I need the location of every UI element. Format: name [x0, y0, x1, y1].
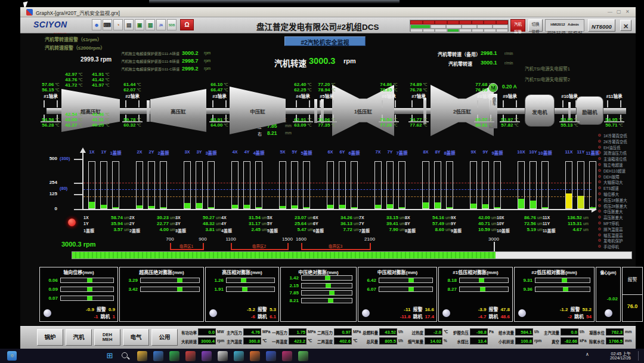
bearing-bracket-top: [212, 100, 227, 107]
dcs-field-value: -2.0: [425, 330, 441, 335]
limit-high: 17.4: [425, 314, 434, 319]
temp-unit: ℃: [488, 88, 493, 92]
temp-unit: ℃: [618, 118, 623, 122]
nav-boiler[interactable]: 锅炉: [37, 329, 63, 346]
vib-bar-label: 2盖振: [153, 149, 174, 156]
nav-electric[interactable]: 电气: [123, 329, 149, 346]
book-icon[interactable]: ▥: [145, 19, 155, 30]
dcs-field-unit: %: [444, 339, 447, 343]
dcs-field-value: 0.97: [335, 330, 351, 335]
vib-bar-11Y: [577, 161, 584, 209]
vib-y-tick-label: 0: [33, 206, 57, 211]
start-button[interactable]: ⊞: [105, 351, 114, 361]
window-close-button[interactable]: ✕: [626, 9, 630, 14]
vib-value-label: 2盖振: [129, 227, 145, 233]
main-speed-value: 3000.3: [309, 56, 335, 66]
vib-bar-fill: [423, 202, 429, 208]
vib-value-unit: um: [583, 227, 589, 232]
search-icon[interactable]: [122, 352, 128, 358]
standby-speed-value: 2999.3 rpm: [80, 56, 112, 63]
taskbar-app-icon[interactable]: [250, 351, 260, 361]
show-desktop-divider: [638, 351, 639, 361]
weather-widget-icon[interactable]: ☼: [7, 351, 17, 361]
maximize-button[interactable]: ▢: [617, 9, 621, 14]
dcs-field-label: 过热度: [405, 330, 423, 336]
bearing-bracket-top: [477, 100, 491, 107]
taskbar-app-icon[interactable]: [298, 351, 308, 361]
taskbar-app-icon[interactable]: [202, 351, 212, 361]
bearing-temp: 61.44℃: [114, 82, 150, 87]
alarm-grid-cell: [447, 29, 460, 33]
alarm-grid-cell: [459, 20, 472, 24]
panel-bar-marker: [325, 276, 330, 280]
nav-deh-meh[interactable]: DEHMEH: [94, 329, 120, 346]
dcs-field-value: 14.02: [425, 339, 441, 344]
limit-word: 跳机: [413, 314, 422, 319]
taskbar-app-icon[interactable]: [234, 351, 244, 361]
dcs-field-box: 14.02: [425, 337, 442, 344]
sdb-logo-icon[interactable]: SDB: [167, 19, 177, 30]
critical-zone-label: 临界区2: [249, 243, 270, 249]
vib-value: 40.71: [466, 221, 490, 226]
temp-unit: ℃: [137, 123, 141, 127]
bearing-temp: 77.68℃: [466, 82, 502, 87]
users-icon[interactable]: ☻: [92, 19, 101, 30]
keyboard-icon[interactable]: ⌨: [103, 19, 112, 30]
panel-status-lamp: [442, 309, 450, 317]
taskbar-app-icon[interactable]: [153, 351, 163, 361]
alarm-list-item: 排汽温度高: [603, 226, 623, 232]
alarm-bell-icon[interactable]: Ω: [180, 19, 194, 30]
taskbar-app-icon[interactable]: [137, 351, 147, 361]
taskbar-app-icon[interactable]: [266, 351, 276, 361]
bearing-temp: 41.11℃: [83, 117, 119, 122]
zero-speed-alarm-line1: 汽机零转速报警（≤1rpm）: [45, 36, 102, 42]
clock-icon[interactable]: ◔: [113, 19, 123, 30]
monitor-icon[interactable]: ▣: [135, 19, 144, 30]
taskbar-app-icon[interactable]: [218, 351, 228, 361]
taskbar-app-icon[interactable]: [169, 351, 179, 361]
vib-x-axis: [78, 209, 592, 210]
vib-value-unit: um: [124, 227, 129, 232]
limit-high: 16.6: [425, 307, 434, 312]
vib-value-unit: um: [216, 222, 221, 226]
vib-value-unit: um: [491, 227, 497, 232]
vib-bar-fill: [470, 204, 476, 208]
printer-icon[interactable]: ▤: [124, 19, 134, 30]
vib-bar-2Y: [148, 161, 155, 209]
turbine-alarm-button[interactable]: 汽机 报警: [510, 19, 525, 32]
panel-value: 8.21: [282, 298, 299, 303]
mode-switch-box[interactable]: 切换 监视: [528, 19, 543, 32]
alarm-list-item: 轴位移大: [603, 191, 619, 197]
panel-status-lamp: [605, 309, 612, 317]
vib-bar-fill: [208, 207, 214, 208]
minimize-button[interactable]: —: [608, 9, 612, 14]
zero-speed-backup-value: 2998.1: [481, 50, 497, 56]
nav-common[interactable]: 公用: [151, 329, 178, 346]
temp-unit: ℃: [574, 123, 578, 127]
panel-bar: [379, 278, 433, 283]
vib-value-label: 4X: [221, 216, 237, 220]
vib-bar-1X: [88, 161, 95, 209]
panel-bar-marker: [562, 278, 567, 282]
bearing-bracket-top: [320, 100, 334, 107]
taskbar-app-icon[interactable]: [282, 351, 292, 361]
ja-logo-icon[interactable]: JA: [156, 19, 166, 30]
bearing-temp: 66.47℃: [202, 87, 237, 93]
close-screen-button[interactable]: ✕: [620, 20, 631, 31]
dcs-field-value: 3000.4: [199, 339, 215, 344]
nav-button-label: 汽机: [73, 334, 84, 340]
tray-chevron-icon[interactable]: ∧: [584, 352, 590, 358]
alarm-grid-cell: [435, 20, 447, 24]
taskbar-app-icon[interactable]: [185, 351, 196, 361]
temp-unit: ℃: [78, 123, 82, 127]
scale-3000-tick: [494, 242, 495, 251]
bearing-temp: 64.00℃: [202, 122, 237, 128]
panel-bar-marker: [326, 284, 331, 288]
dcs-field-box: 43.52: [379, 328, 397, 336]
temp-unit: ℃: [393, 88, 397, 92]
vib-y-tick: [74, 159, 82, 160]
dcs-field-label: 有功功率: [179, 330, 197, 336]
temp-unit: ℃: [55, 88, 59, 92]
nav-steam-turbine[interactable]: 汽机: [66, 329, 92, 346]
vib-value-label: 6Y: [313, 222, 329, 226]
